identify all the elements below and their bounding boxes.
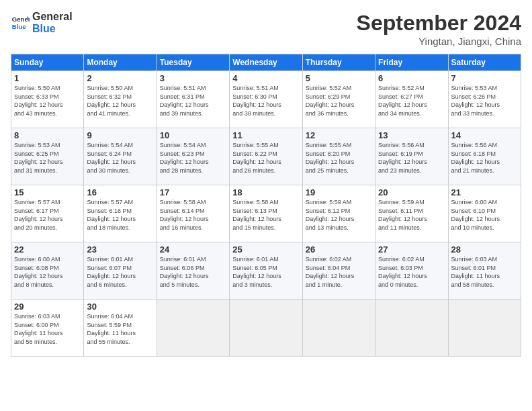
day-info: Sunrise: 5:50 AM Sunset: 6:32 PM Dayligh… (87, 84, 153, 118)
calendar-cell: 15Sunrise: 5:57 AM Sunset: 6:17 PM Dayli… (11, 185, 84, 242)
calendar-cell: 14Sunrise: 5:56 AM Sunset: 6:18 PM Dayli… (448, 128, 521, 185)
weekday-header-thursday: Thursday (302, 54, 375, 71)
day-info: Sunrise: 5:52 AM Sunset: 6:27 PM Dayligh… (378, 84, 445, 118)
calendar-cell: 7Sunrise: 5:53 AM Sunset: 6:26 PM Daylig… (448, 71, 521, 128)
day-number: 10 (160, 130, 226, 140)
calendar-cell: 23Sunrise: 6:01 AM Sunset: 6:07 PM Dayli… (84, 242, 157, 300)
calendar-week-3: 15Sunrise: 5:57 AM Sunset: 6:17 PM Dayli… (11, 185, 521, 242)
day-number: 29 (14, 302, 81, 312)
day-info: Sunrise: 6:04 AM Sunset: 5:59 PM Dayligh… (87, 312, 153, 346)
day-number: 12 (306, 130, 372, 140)
calendar-cell: 21Sunrise: 6:00 AM Sunset: 6:10 PM Dayli… (448, 185, 521, 242)
logo-icon: General Blue (11, 13, 30, 32)
calendar-cell: 12Sunrise: 5:55 AM Sunset: 6:20 PM Dayli… (302, 128, 375, 185)
day-number: 13 (378, 130, 445, 140)
day-number: 16 (87, 187, 153, 197)
calendar-cell: 4Sunrise: 5:51 AM Sunset: 6:30 PM Daylig… (230, 71, 302, 128)
weekday-header-friday: Friday (375, 54, 448, 71)
day-info: Sunrise: 5:55 AM Sunset: 6:22 PM Dayligh… (232, 141, 299, 175)
calendar-cell (302, 300, 375, 357)
day-number: 30 (87, 302, 153, 312)
logo: General Blue General Blue (11, 11, 73, 34)
day-number: 4 (232, 73, 299, 83)
logo-line2: Blue (32, 23, 73, 35)
day-number: 3 (160, 73, 226, 83)
calendar-cell: 8Sunrise: 5:53 AM Sunset: 6:25 PM Daylig… (11, 128, 84, 185)
calendar-cell (375, 300, 448, 357)
svg-text:Blue: Blue (12, 22, 26, 30)
day-number: 17 (160, 187, 226, 197)
day-number: 19 (306, 187, 372, 197)
month-title: September 2024 (357, 11, 521, 36)
day-info: Sunrise: 6:03 AM Sunset: 6:00 PM Dayligh… (14, 312, 81, 346)
calendar-cell: 16Sunrise: 5:57 AM Sunset: 6:16 PM Dayli… (84, 185, 157, 242)
day-info: Sunrise: 5:56 AM Sunset: 6:19 PM Dayligh… (378, 141, 445, 175)
day-number: 6 (378, 73, 445, 83)
day-info: Sunrise: 5:53 AM Sunset: 6:25 PM Dayligh… (14, 141, 81, 175)
calendar-cell: 26Sunrise: 6:02 AM Sunset: 6:04 PM Dayli… (302, 242, 375, 300)
calendar-header-row: SundayMondayTuesdayWednesdayThursdayFrid… (11, 54, 521, 71)
weekday-header-wednesday: Wednesday (230, 54, 302, 71)
calendar-cell: 2Sunrise: 5:50 AM Sunset: 6:32 PM Daylig… (84, 71, 157, 128)
calendar-cell: 1Sunrise: 5:50 AM Sunset: 6:33 PM Daylig… (11, 71, 84, 128)
calendar-cell (448, 300, 521, 357)
calendar-week-2: 8Sunrise: 5:53 AM Sunset: 6:25 PM Daylig… (11, 128, 521, 185)
title-section: September 2024 Yingtan, Jiangxi, China (357, 11, 521, 47)
day-number: 21 (451, 187, 518, 197)
day-info: Sunrise: 6:03 AM Sunset: 6:01 PM Dayligh… (451, 255, 518, 289)
calendar-cell: 24Sunrise: 6:01 AM Sunset: 6:06 PM Dayli… (157, 242, 229, 300)
calendar-cell: 25Sunrise: 6:01 AM Sunset: 6:05 PM Dayli… (230, 242, 302, 300)
day-number: 25 (232, 244, 299, 255)
day-number: 23 (87, 244, 153, 255)
calendar-cell: 10Sunrise: 5:54 AM Sunset: 6:23 PM Dayli… (157, 128, 229, 185)
calendar-cell: 5Sunrise: 5:52 AM Sunset: 6:29 PM Daylig… (302, 71, 375, 128)
day-number: 20 (378, 187, 445, 197)
day-info: Sunrise: 5:52 AM Sunset: 6:29 PM Dayligh… (306, 84, 372, 118)
calendar-cell: 20Sunrise: 5:59 AM Sunset: 6:11 PM Dayli… (375, 185, 448, 242)
day-info: Sunrise: 5:54 AM Sunset: 6:24 PM Dayligh… (87, 141, 153, 175)
calendar-cell: 6Sunrise: 5:52 AM Sunset: 6:27 PM Daylig… (375, 71, 448, 128)
day-info: Sunrise: 6:01 AM Sunset: 6:06 PM Dayligh… (160, 255, 226, 289)
day-number: 26 (306, 244, 372, 255)
day-info: Sunrise: 6:01 AM Sunset: 6:05 PM Dayligh… (232, 255, 299, 289)
day-number: 9 (87, 130, 153, 140)
day-info: Sunrise: 5:53 AM Sunset: 6:26 PM Dayligh… (451, 84, 518, 118)
location-subtitle: Yingtan, Jiangxi, China (357, 36, 521, 47)
calendar-cell: 29Sunrise: 6:03 AM Sunset: 6:00 PM Dayli… (11, 300, 84, 357)
calendar-cell: 28Sunrise: 6:03 AM Sunset: 6:01 PM Dayli… (448, 242, 521, 300)
day-info: Sunrise: 6:00 AM Sunset: 6:10 PM Dayligh… (451, 198, 518, 232)
day-info: Sunrise: 6:01 AM Sunset: 6:07 PM Dayligh… (87, 255, 153, 289)
calendar-cell: 3Sunrise: 5:51 AM Sunset: 6:31 PM Daylig… (157, 71, 229, 128)
weekday-header-saturday: Saturday (448, 54, 521, 71)
day-info: Sunrise: 5:54 AM Sunset: 6:23 PM Dayligh… (160, 141, 226, 175)
day-info: Sunrise: 5:58 AM Sunset: 6:13 PM Dayligh… (232, 198, 299, 232)
weekday-header-sunday: Sunday (11, 54, 84, 71)
day-number: 28 (451, 244, 518, 255)
day-number: 11 (232, 130, 299, 140)
logo-line1: General (32, 11, 73, 23)
calendar-cell (230, 300, 302, 357)
calendar-week-4: 22Sunrise: 6:00 AM Sunset: 6:08 PM Dayli… (11, 242, 521, 300)
day-info: Sunrise: 5:57 AM Sunset: 6:17 PM Dayligh… (14, 198, 81, 232)
day-info: Sunrise: 6:02 AM Sunset: 6:04 PM Dayligh… (306, 255, 372, 289)
day-number: 7 (451, 73, 518, 83)
svg-text:General: General (12, 15, 30, 23)
calendar-cell (157, 300, 229, 357)
header: General Blue General Blue September 2024… (11, 11, 521, 47)
calendar-week-5: 29Sunrise: 6:03 AM Sunset: 6:00 PM Dayli… (11, 300, 521, 357)
day-number: 5 (306, 73, 372, 83)
calendar-cell: 27Sunrise: 6:02 AM Sunset: 6:03 PM Dayli… (375, 242, 448, 300)
weekday-header-monday: Monday (84, 54, 157, 71)
page: General Blue General Blue September 2024… (0, 0, 532, 411)
day-info: Sunrise: 5:51 AM Sunset: 6:30 PM Dayligh… (232, 84, 299, 118)
calendar-cell: 18Sunrise: 5:58 AM Sunset: 6:13 PM Dayli… (230, 185, 302, 242)
weekday-header-tuesday: Tuesday (157, 54, 229, 71)
day-info: Sunrise: 5:57 AM Sunset: 6:16 PM Dayligh… (87, 198, 153, 232)
day-number: 14 (451, 130, 518, 140)
calendar-cell: 19Sunrise: 5:59 AM Sunset: 6:12 PM Dayli… (302, 185, 375, 242)
calendar-cell: 9Sunrise: 5:54 AM Sunset: 6:24 PM Daylig… (84, 128, 157, 185)
day-number: 27 (378, 244, 445, 255)
day-number: 1 (14, 73, 81, 83)
day-info: Sunrise: 5:50 AM Sunset: 6:33 PM Dayligh… (14, 84, 81, 118)
day-number: 18 (232, 187, 299, 197)
